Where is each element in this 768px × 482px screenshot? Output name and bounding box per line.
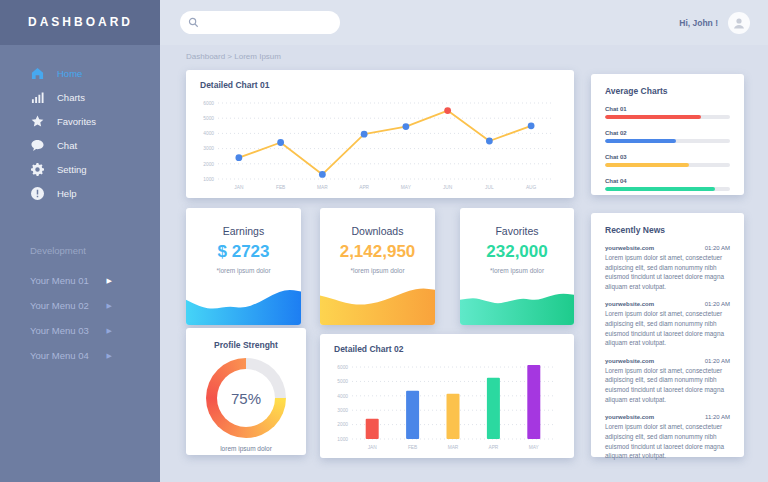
sidebar-item-label: Chat [57, 140, 77, 151]
news-timestamp: 11:20 AM [705, 414, 730, 420]
sidebar-item-your-menu-02[interactable]: Your Menu 02 ▶ [0, 293, 160, 318]
average-bar-row: Chat 02 [605, 130, 730, 143]
sidebar-item-favorites[interactable]: Favorites [0, 109, 160, 133]
line-chart: 100020003000400050006000JANFEBMARAPRMAYJ… [194, 94, 566, 192]
topbar: Hi, John ! [160, 0, 768, 45]
sidebar-item-label: Charts [57, 92, 85, 103]
average-bar-row: Chat 01 [605, 106, 730, 119]
average-bar-row: Chat 04 [605, 178, 730, 191]
news-list: yourwebsite.com01:20 AMLorem ipsum dolor… [605, 245, 730, 461]
svg-text:JAN: JAN [368, 445, 378, 450]
help-icon [30, 186, 44, 200]
news-item: yourwebsite.com01:20 AMLorem ipsum dolor… [605, 358, 730, 404]
news-source-link[interactable]: yourwebsite.com [605, 414, 654, 420]
search-input[interactable] [199, 11, 340, 34]
panel-title: Profile Strenght [186, 340, 306, 350]
news-text: Lorem ipsum dolor sit amet, consectetuer… [605, 422, 730, 460]
progress-track [605, 139, 730, 143]
progress-fill [605, 139, 676, 143]
stat-note: *lorem ipsum dolor [186, 267, 301, 274]
average-bar-label: Chat 03 [605, 154, 730, 160]
panel-title: Average Charts [605, 86, 730, 96]
news-item-header: yourwebsite.com01:20 AM [605, 301, 730, 307]
chevron-right-icon: ▶ [107, 327, 112, 335]
profile-strength-card: Profile Strenght 75% lorem ipsum dolor [186, 328, 306, 455]
news-source-link[interactable]: yourwebsite.com [605, 358, 654, 364]
detailed-chart-02-card: Detailed Chart 02 1000200030004000500060… [320, 334, 574, 458]
sidebar-item-chat[interactable]: Chat [0, 133, 160, 157]
stat-note: *lorem ipsum dolor [460, 267, 574, 274]
average-charts-card: Average Charts Chat 01Chat 02Chat 03Chat… [591, 74, 744, 195]
sidebar-nav: Home Charts Favorites Chat [0, 61, 160, 205]
svg-text:MAY: MAY [529, 445, 540, 450]
svg-text:4000: 4000 [337, 394, 348, 399]
news-item-header: yourwebsite.com11:20 AM [605, 414, 730, 420]
stat-value: 232,000 [460, 242, 574, 262]
svg-text:6000: 6000 [337, 365, 348, 370]
progress-track [605, 115, 730, 119]
svg-text:APR: APR [359, 185, 369, 190]
news-text: Lorem ipsum dolor sit amet, consectetuer… [605, 366, 730, 404]
svg-text:6000: 6000 [203, 101, 214, 106]
stat-title: Earnings [186, 225, 301, 237]
svg-text:5000: 5000 [203, 116, 214, 121]
news-source-link[interactable]: yourwebsite.com [605, 301, 654, 307]
stat-title: Favorites [460, 225, 574, 237]
average-bar-label: Chat 01 [605, 106, 730, 112]
stat-title: Downloads [320, 225, 435, 237]
news-timestamp: 01:20 AM [705, 245, 730, 251]
star-icon [30, 114, 44, 128]
svg-text:FEB: FEB [276, 185, 285, 190]
svg-text:3000: 3000 [337, 408, 348, 413]
avatar[interactable] [728, 12, 750, 34]
svg-text:JUN: JUN [443, 185, 453, 190]
svg-text:5000: 5000 [337, 379, 348, 384]
svg-text:MAY: MAY [401, 185, 412, 190]
downloads-sparkline [320, 283, 435, 325]
sidebar-item-setting[interactable]: Setting [0, 157, 160, 181]
average-bar-label: Chat 04 [605, 178, 730, 184]
chevron-right-icon: ▶ [107, 277, 112, 285]
news-timestamp: 01:20 AM [705, 301, 730, 307]
svg-text:MAR: MAR [317, 185, 328, 190]
sidebar-item-your-menu-04[interactable]: Your Menu 04 ▶ [0, 343, 160, 368]
sidebar-item-your-menu-01[interactable]: Your Menu 01 ▶ [0, 268, 160, 293]
home-icon [30, 66, 44, 80]
stat-value: $ 2723 [186, 242, 301, 262]
stat-value: 2,142,950 [320, 242, 435, 262]
sidebar-section-label: Development [0, 245, 160, 256]
svg-text:JUL: JUL [485, 185, 494, 190]
profile-strength-donut: 75% [206, 358, 286, 438]
gear-icon [30, 162, 44, 176]
sidebar-item-home[interactable]: Home [0, 61, 160, 85]
profile-note: lorem ipsum dolor [186, 445, 306, 452]
average-bar-row: Chat 03 [605, 154, 730, 167]
downloads-card: Downloads 2,142,950 *lorem ipsum dolor [320, 208, 435, 325]
dashboard-app: DASHBOARD Home Charts Favorites [0, 0, 768, 482]
svg-text:APR: APR [488, 445, 498, 450]
favorites-sparkline [460, 283, 574, 325]
breadcrumb[interactable]: Dashboard > Lorem Ipsum [186, 52, 281, 61]
sidebar-item-help[interactable]: Help [0, 181, 160, 205]
app-title: DASHBOARD [0, 0, 160, 45]
news-text: Lorem ipsum dolor sit amet, consectetuer… [605, 253, 730, 291]
news-source-link[interactable]: yourwebsite.com [605, 245, 654, 251]
news-item: yourwebsite.com01:20 AMLorem ipsum dolor… [605, 245, 730, 291]
average-bars: Chat 01Chat 02Chat 03Chat 04 [605, 106, 730, 191]
earnings-sparkline [186, 283, 301, 325]
svg-text:2000: 2000 [337, 422, 348, 427]
favorites-card: Favorites 232,000 *lorem ipsum dolor [460, 208, 574, 325]
news-item-header: yourwebsite.com01:20 AM [605, 358, 730, 364]
bar-chart-svg: 100020003000400050006000JANFEBMARAPRMAY [328, 358, 566, 452]
sidebar-item-charts[interactable]: Charts [0, 85, 160, 109]
svg-text:1000: 1000 [203, 177, 214, 182]
sidebar-item-your-menu-03[interactable]: Your Menu 03 ▶ [0, 318, 160, 343]
progress-fill [605, 187, 715, 191]
sparkline-svg [320, 283, 435, 325]
chart-title: Detailed Chart 01 [200, 80, 269, 90]
sparkline-svg [460, 283, 574, 325]
svg-text:3000: 3000 [203, 146, 214, 151]
dev-item-label: Your Menu 04 [30, 350, 89, 361]
dev-item-label: Your Menu 03 [30, 325, 89, 336]
sidebar-item-label: Help [57, 188, 77, 199]
